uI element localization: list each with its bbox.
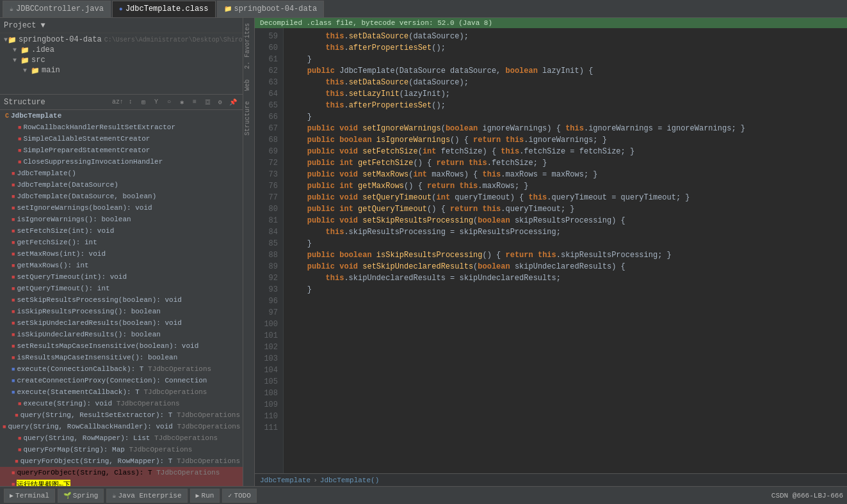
bottom-tab-todo[interactable]: ✓ TODO: [222, 489, 256, 503]
tree-item-main[interactable]: ▼ 📁 main: [0, 65, 243, 75]
tab-jdbc-template[interactable]: ● JdbcTemplate.class: [112, 1, 216, 17]
struct-member-label: CloseSuppressingInvocationHandler: [23, 158, 163, 166]
struct-item[interactable]: ■queryForMap(String): Map TJdbcOperation…: [0, 444, 243, 455]
struct-item[interactable]: ■CloseSuppressingInvocationHandler: [0, 156, 243, 168]
struct-member-icon: ■: [18, 124, 21, 131]
project-header[interactable]: Project ▼: [0, 18, 243, 33]
struct-member-icon: ■: [12, 331, 15, 338]
collapse-button[interactable]: ≡: [189, 97, 200, 108]
filter-button[interactable]: Y: [150, 97, 162, 108]
struct-item[interactable]: ■setFetchSize(int): void: [0, 225, 243, 237]
struct-item[interactable]: ■query(String, RowMapper): List TJdbcOpe…: [0, 432, 243, 444]
struct-items-container: ■RowCallbackHandlerResultSetExtractor■Si…: [0, 122, 243, 486]
struct-item[interactable]: ■getFetchSize(): int: [0, 237, 243, 248]
sidebar-tab-web[interactable]: Web: [243, 74, 254, 96]
struct-item[interactable]: ■getMaxRows(): int: [0, 260, 243, 271]
breadcrumb-item-2[interactable]: JdbcTemplate(): [320, 476, 379, 484]
tree-root-label: springboot-04-data: [19, 35, 102, 44]
structure-panel: Structure az↑ ↕ ⊞ Y ○ ✱ ≡ ☲ ⚙ 📌: [0, 95, 243, 486]
struct-item[interactable]: ■JdbcTemplate(DataSource, boolean): [0, 191, 243, 202]
struct-item[interactable]: ■JdbcTemplate(): [0, 168, 243, 179]
sort-button[interactable]: ↕: [125, 97, 136, 108]
struct-item[interactable]: ■SimplePreparedStatementCreator: [0, 145, 243, 156]
code-info-bar: Decompiled .class file, bytecode version…: [255, 18, 847, 28]
tab-jdbc-controller[interactable]: ☕ JDBCController.java: [3, 1, 111, 17]
struct-item[interactable]: ■RowCallbackHandlerResultSetExtractor: [0, 122, 243, 133]
bottom-tab-java-enterprise[interactable]: ☕ Java Enterprise: [106, 489, 187, 503]
struct-member-icon: ■: [12, 262, 15, 269]
struct-member-label: 运行结果截图←下: [17, 480, 70, 487]
struct-member-icon: ■: [12, 377, 15, 384]
project-path: C:\Users\Administrator\Desktop\Shiro\PCN…: [104, 36, 243, 43]
code-editor[interactable]: this.setDataSource(dataSource); this.aft…: [284, 28, 847, 473]
breadcrumb-item-1[interactable]: JdbcTemplate: [260, 476, 311, 484]
struct-member-label: JdbcTemplate(DataSource): [17, 181, 118, 189]
run-icon: ▶: [196, 492, 200, 500]
struct-member-label: query(String, RowMapper): List TJdbcOper…: [23, 434, 218, 442]
struct-item[interactable]: ■setMaxRows(int): void: [0, 248, 243, 260]
struct-member-label: JdbcTemplate(): [17, 169, 76, 177]
struct-item[interactable]: ■isSkipResultsProcessing(): boolean: [0, 306, 243, 317]
struct-member-icon: ■: [12, 469, 15, 476]
class-icon: C: [5, 113, 9, 120]
tree-idea-label: .idea: [31, 45, 54, 54]
struct-item[interactable]: ■queryForObject(String, Class): T TJdbcO…: [0, 467, 243, 478]
struct-item[interactable]: ■query(String, RowCallbackHandler): void…: [0, 421, 243, 432]
tab-bar: ☕ JDBCController.java ● JdbcTemplate.cla…: [0, 0, 847, 18]
tab-springboot-data[interactable]: 📁 springboot-04-data: [217, 1, 325, 17]
project-folder-icon: 📁: [8, 36, 17, 44]
struct-member-icon: ■: [18, 147, 21, 154]
sort-alpha-button[interactable]: az↑: [112, 97, 124, 108]
struct-item[interactable]: ■execute(ConnectionCallback): T TJdbcOpe…: [0, 363, 243, 375]
struct-item[interactable]: ■setSkipResultsProcessing(boolean): void: [0, 294, 243, 306]
struct-item[interactable]: ■query(String, ResultSetExtractor): T TJ…: [0, 409, 243, 421]
struct-item[interactable]: ■setIgnoreWarnings(boolean): void: [0, 202, 243, 214]
struct-item[interactable]: ■JdbcTemplate(DataSource): [0, 179, 243, 191]
struct-member-label: setMaxRows(int): void: [17, 250, 106, 258]
struct-item[interactable]: ■queryForObject(String, RowMapper): T TJ…: [0, 455, 243, 467]
struct-member-label: queryForObject(String, RowMapper): T TJd…: [20, 457, 240, 465]
struct-item[interactable]: ■isIgnoreWarnings(): boolean: [0, 214, 243, 225]
idea-folder-icon: 📁: [20, 46, 29, 54]
struct-member-icon: ■: [18, 136, 21, 143]
struct-item[interactable]: ■setQueryTimeout(int): void: [0, 271, 243, 283]
line-numbers: 5960616263646566676869727376778081848588…: [255, 28, 284, 473]
struct-item[interactable]: ■setResultsMapCaseInsensitive(boolean): …: [0, 340, 243, 352]
sidebar-tab-favorites[interactable]: 2. Favorites: [243, 18, 254, 74]
star-button[interactable]: ✱: [176, 97, 188, 108]
sidebar-tab-structure[interactable]: Structure: [243, 96, 254, 141]
structure-content[interactable]: C JdbcTemplate ■RowCallbackHandlerResult…: [0, 110, 243, 486]
tree-item-root[interactable]: ▼ 📁 springboot-04-data C:\Users\Administ…: [0, 35, 243, 45]
bottom-tab-spring[interactable]: 🌱 Spring: [58, 489, 104, 503]
circle-button[interactable]: ○: [163, 97, 175, 108]
tree-item-src[interactable]: ▼ 📁 src: [0, 55, 243, 65]
struct-member-label: setQueryTimeout(int): void: [17, 273, 127, 281]
icon-view-button[interactable]: ☲: [202, 97, 213, 108]
expand-arrow-icon: ▼: [13, 47, 20, 54]
bottom-tab-terminal[interactable]: ▶ Terminal: [4, 489, 55, 503]
struct-member-label: execute(StatementCallback): T TJdbcOpera…: [17, 388, 207, 396]
struct-item[interactable]: ■isResultsMapCaseInsensitive(): boolean: [0, 352, 243, 363]
struct-root[interactable]: C JdbcTemplate: [0, 110, 243, 122]
expand-arrow-icon: ▼: [13, 57, 20, 64]
struct-item[interactable]: ■SimpleCallableStatementCreator: [0, 133, 243, 145]
struct-item[interactable]: ■isSkipUndeclaredResults(): boolean: [0, 329, 243, 340]
struct-item[interactable]: ■getQueryTimeout(): int: [0, 283, 243, 294]
struct-item[interactable]: ■运行结果截图←下: [0, 478, 243, 486]
bottom-tab-run[interactable]: ▶ Run: [190, 489, 220, 503]
struct-member-icon: ■: [18, 159, 21, 166]
pin-button[interactable]: 📌: [227, 97, 239, 108]
struct-member-label: createConnectionProxy(Connection): Conne…: [17, 377, 207, 384]
struct-member-label: setFetchSize(int): void: [17, 227, 114, 235]
struct-item[interactable]: ■execute(String): void TJdbcOperations: [0, 398, 243, 409]
struct-item[interactable]: ■createConnectionProxy(Connection): Conn…: [0, 375, 243, 386]
struct-member-icon: ■: [12, 354, 15, 361]
tree-main-label: main: [42, 66, 60, 75]
tree-item-idea[interactable]: ▼ 📁 .idea: [0, 45, 243, 55]
struct-member-icon: ■: [12, 251, 15, 258]
expand-all-button[interactable]: ⊞: [138, 97, 149, 108]
struct-item[interactable]: ■execute(StatementCallback): T TJdbcOper…: [0, 386, 243, 398]
settings-button[interactable]: ⚙: [214, 97, 226, 108]
project-title: Project ▼: [4, 21, 45, 30]
struct-item[interactable]: ■setSkipUndeclaredResults(boolean): void: [0, 317, 243, 329]
